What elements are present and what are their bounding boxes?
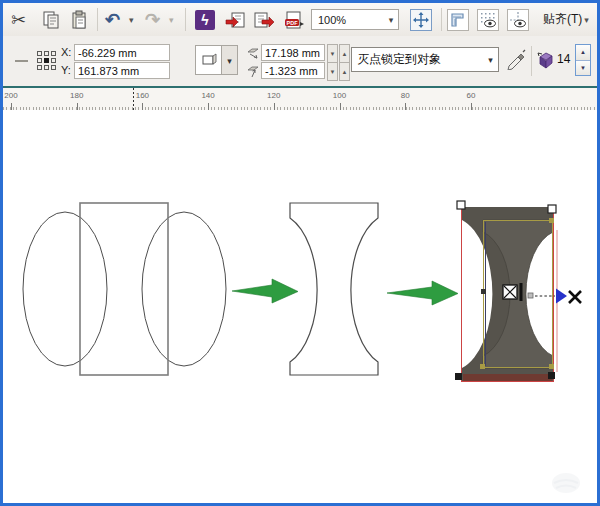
ruler-major-tick (274, 103, 275, 110)
ruler-major-tick (77, 103, 78, 110)
snap-to-menu[interactable]: 贴齐(T) ▾ (543, 3, 589, 36)
show-rulers-icon[interactable] (447, 3, 469, 36)
copy-icon[interactable] (41, 3, 61, 36)
snap-to-label: 贴齐(T) (543, 11, 582, 28)
ruler-label: 140 (201, 91, 214, 100)
toolbar-overflow-dash[interactable] (15, 60, 28, 62)
snap-caret-icon: ▾ (584, 15, 589, 25)
vp-y-icon (247, 64, 260, 82)
ruler-major-tick (471, 103, 472, 110)
ruler-major-tick (11, 103, 12, 110)
drawing-canvas[interactable] (3, 110, 597, 503)
separator (441, 8, 442, 31)
ruler-major-tick (208, 103, 209, 110)
zoom-caret-icon: ▾ (384, 15, 398, 25)
undo-button[interactable]: ↶ (105, 3, 120, 36)
object-origin-selector[interactable] (37, 51, 56, 70)
zoom-to-fit-icon[interactable] (410, 3, 432, 36)
extrude-depth-value: 14 (557, 52, 570, 66)
vanishing-point-mode-value: 灭点锁定到对象 (352, 51, 483, 68)
vp-x-field[interactable]: 17.198 mm (261, 44, 325, 61)
ruler-label: 100 (333, 91, 346, 100)
vp-y-spinner[interactable]: ▼▲ (327, 62, 350, 81)
ruler-cursor-indicator (133, 88, 134, 110)
redo-button[interactable]: ↷ (145, 3, 160, 36)
ruler-label: 60 (466, 91, 475, 100)
separator (531, 46, 532, 76)
vanishing-point-mode-dropdown[interactable]: 灭点锁定到对象 ▾ (351, 47, 499, 72)
show-grid-icon[interactable] (477, 3, 499, 36)
import-icon[interactable] (225, 3, 247, 36)
document-top-border (3, 86, 597, 88)
publish-pdf-icon[interactable]: PDF (283, 3, 305, 36)
paste-icon[interactable] (69, 3, 89, 36)
ruler-label: 160 (136, 91, 149, 100)
ruler-major-tick (340, 103, 341, 110)
undo-dropdown-caret[interactable]: ▾ (127, 3, 134, 36)
x-position-field[interactable]: -66.229 mm (74, 44, 170, 61)
vp-mode-caret-icon: ▾ (483, 55, 498, 65)
extrusion-type-caret-icon: ▾ (222, 45, 238, 75)
extrude-property-bar: X: -66.229 mm Y: 161.873 mm ▾ 17.198 mm … (3, 36, 597, 87)
coreldraw-window: ✂ ↶ ▾ ↷ ▾ ϟ (0, 0, 600, 506)
y-position-field[interactable]: 161.873 mm (74, 62, 170, 79)
extrusion-type-combo[interactable]: ▾ (195, 45, 239, 75)
ruler-major-tick (405, 103, 406, 110)
vp-y-field[interactable]: -1.323 mm (261, 62, 325, 79)
separator (185, 8, 186, 31)
vp-x-spinner[interactable]: ▼▲ (327, 44, 350, 63)
standard-toolbar: ✂ ↶ ▾ ↷ ▾ ϟ (3, 3, 597, 37)
redo-dropdown-caret[interactable]: ▾ (167, 3, 174, 36)
extrude-depth-icon (536, 50, 555, 73)
vp-x-icon (247, 46, 260, 64)
copy-vp-properties-icon[interactable] (505, 48, 527, 74)
svg-text:PDF: PDF (287, 19, 299, 25)
horizontal-ruler[interactable]: 2001801601401201008060 (3, 88, 597, 110)
extrusion-type-icon (195, 45, 222, 75)
app-launcher-icon[interactable]: ϟ (195, 3, 215, 36)
ruler-label: 120 (267, 91, 280, 100)
export-icon[interactable] (253, 3, 275, 36)
ruler-label: 200 (4, 91, 17, 100)
ruler-major-tick (142, 103, 143, 110)
y-position-label: Y: (61, 64, 71, 76)
x-position-label: X: (61, 46, 71, 58)
cut-icon[interactable]: ✂ (11, 3, 26, 36)
zoom-level-combo[interactable]: 100% ▾ (311, 9, 399, 30)
separator (97, 8, 98, 31)
ruler-label: 180 (70, 91, 83, 100)
zoom-level-value: 100% (312, 14, 384, 26)
extrude-depth-spinner[interactable]: ▲ ▼ (575, 44, 591, 76)
show-guidelines-icon[interactable] (507, 3, 529, 36)
ruler-label: 80 (401, 91, 410, 100)
